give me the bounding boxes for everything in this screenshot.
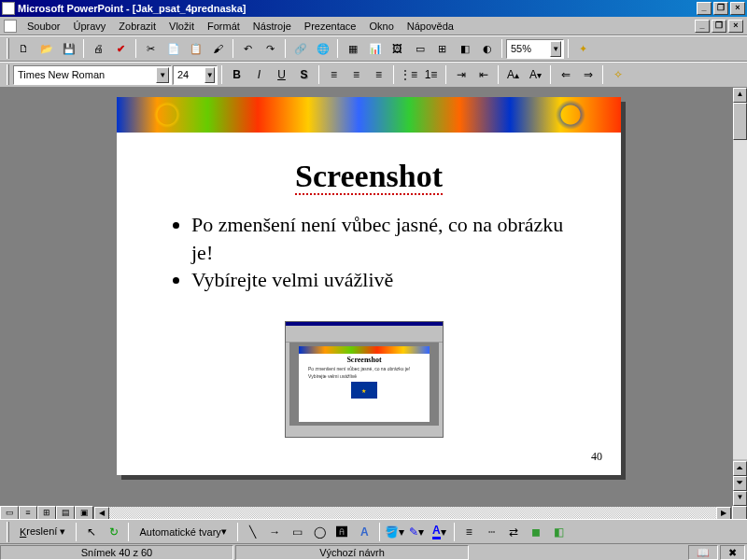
arrow-style-button[interactable]: ⇄ — [503, 522, 525, 542]
hyperlink-button[interactable]: 🔗 — [289, 38, 311, 59]
select-objects-button[interactable]: ↖ — [80, 522, 102, 542]
decrease-indent-button[interactable]: ⇤ — [472, 64, 494, 85]
menu-napoveda[interactable]: Nápověda — [401, 19, 460, 34]
insert-table-button[interactable]: ▦ — [342, 38, 363, 59]
dropdown-icon[interactable]: ▼ — [156, 67, 169, 83]
close-button[interactable]: × — [730, 2, 745, 15]
apply-design-button[interactable]: ◧ — [454, 38, 475, 59]
status-icon-2[interactable]: ✖ — [720, 545, 745, 560]
numbering-button[interactable]: 1≡ — [420, 64, 442, 85]
bullets-button[interactable]: ⋮≡ — [398, 64, 419, 85]
bold-button[interactable]: B — [226, 64, 247, 85]
menu-upravy[interactable]: Úpravy — [66, 19, 112, 34]
slide-layout-button[interactable]: ⊞ — [431, 38, 453, 59]
scroll-thumb[interactable] — [733, 103, 747, 140]
bw-view-button[interactable]: ◐ — [476, 38, 498, 59]
animation-effects-button[interactable]: ✧ — [607, 64, 628, 85]
scroll-track[interactable] — [733, 103, 747, 459]
web-toolbar-button[interactable]: 🌐 — [312, 38, 333, 59]
new-slide-button[interactable]: ▭ — [409, 38, 430, 59]
mdi-minimize-button[interactable]: _ — [695, 20, 710, 33]
grip-icon[interactable] — [7, 522, 9, 542]
textbox-button[interactable]: 🅰 — [331, 522, 353, 542]
promote-button[interactable]: ⇐ — [555, 64, 576, 85]
scroll-down-button[interactable]: ▼ — [733, 491, 747, 506]
increase-font-button[interactable]: A▴ — [502, 64, 524, 85]
align-left-button[interactable]: ≡ — [323, 64, 345, 85]
menu-zobrazit[interactable]: Zobrazit — [112, 19, 162, 34]
font-combo[interactable]: ▼ — [13, 65, 172, 85]
next-slide-button[interactable]: ⏷ — [733, 476, 747, 491]
italic-button[interactable]: I — [248, 64, 270, 85]
slide-body[interactable]: Po zmenšení není vůbec jasné, co na obrá… — [191, 211, 565, 294]
drawing-toolbar: KKresleníreslení ▾ ↖ ↻ Automatické tvary… — [0, 519, 747, 543]
increase-indent-button[interactable]: ⇥ — [450, 64, 472, 85]
minimize-button[interactable]: _ — [697, 2, 712, 15]
menu-prezentace[interactable]: Prezentace — [298, 19, 363, 34]
print-button[interactable]: 🖨 — [88, 38, 109, 59]
vertical-scrollbar[interactable]: ▲ ⏶ ⏷ ▼ — [732, 88, 747, 506]
menu-okno[interactable]: Okno — [362, 19, 400, 34]
copy-button[interactable]: 📄 — [162, 38, 184, 59]
insert-clipart-button[interactable]: 🖼 — [387, 38, 408, 59]
align-center-button[interactable]: ≡ — [345, 64, 367, 85]
scroll-up-button[interactable]: ▲ — [733, 88, 747, 103]
line-style-button[interactable]: ≡ — [458, 522, 480, 542]
shadow-style-button[interactable]: ◼ — [526, 522, 547, 542]
underline-button[interactable]: U — [271, 64, 292, 85]
oval-button[interactable]: ◯ — [309, 522, 331, 542]
fontsize-combo[interactable]: ▼ — [173, 65, 218, 85]
menu-format[interactable]: Formát — [201, 19, 247, 34]
autoshapes-button[interactable]: Automatické tvary ▾ — [133, 522, 233, 542]
rotate-button[interactable]: ↻ — [103, 522, 124, 542]
menu-vlozit[interactable]: Vložit — [162, 19, 201, 34]
font-color-button[interactable]: A▾ — [429, 522, 450, 542]
mdi-close-button[interactable]: × — [728, 20, 743, 33]
dash-style-button[interactable]: ┄ — [481, 522, 502, 542]
open-button[interactable]: 📂 — [35, 38, 57, 59]
grip-icon[interactable] — [7, 38, 9, 59]
prev-slide-button[interactable]: ⏶ — [733, 461, 747, 476]
3d-style-button[interactable]: ◧ — [548, 522, 570, 542]
paste-button[interactable]: 📋 — [185, 38, 206, 59]
insert-chart-button[interactable]: 📊 — [364, 38, 386, 59]
zoom-combo[interactable]: ▼ — [506, 39, 564, 59]
arrow-button[interactable]: → — [264, 522, 286, 542]
new-button[interactable]: 🗋 — [13, 38, 35, 59]
font-input[interactable] — [18, 69, 154, 80]
format-painter-button[interactable]: 🖌 — [207, 38, 229, 59]
undo-button[interactable]: ↶ — [237, 38, 259, 59]
save-button[interactable]: 💾 — [58, 38, 79, 59]
dropdown-icon[interactable]: ▼ — [204, 67, 215, 83]
rectangle-button[interactable]: ▭ — [287, 522, 308, 542]
menu-soubor[interactable]: Soubor — [21, 19, 66, 34]
decrease-font-button[interactable]: A▾ — [525, 64, 546, 85]
scroll-left-button[interactable]: ◀ — [94, 507, 109, 520]
dropdown-icon[interactable]: ▼ — [550, 41, 561, 57]
slide-workspace: Screenshot Po zmenšení není vůbec jasné,… — [0, 88, 747, 521]
slide-title[interactable]: Screenshot — [117, 159, 621, 194]
redo-button[interactable]: ↷ — [260, 38, 281, 59]
align-right-button[interactable]: ≡ — [368, 64, 389, 85]
fontsize-input[interactable] — [177, 69, 203, 80]
shadow-button[interactable]: S — [293, 64, 315, 85]
line-button[interactable]: ╲ — [242, 522, 263, 542]
wordart-button[interactable]: A — [354, 522, 375, 542]
grip-icon[interactable] — [7, 64, 9, 85]
zoom-input[interactable] — [511, 43, 548, 54]
embedded-screenshot[interactable]: Screenshot Po zmenšení není vůbec jasné,… — [285, 321, 444, 438]
status-icon-1[interactable]: 📖 — [688, 545, 718, 560]
slide[interactable]: Screenshot Po zmenšení není vůbec jasné,… — [117, 97, 621, 475]
cut-button[interactable]: ✂ — [140, 38, 162, 59]
scroll-right-button[interactable]: ▶ — [716, 507, 731, 520]
mini-bullet-1: Po zmenšení není vůbec jasné, co na obrá… — [308, 366, 420, 371]
mdi-restore-button[interactable]: ❐ — [712, 20, 726, 33]
fill-color-button[interactable]: 🪣▾ — [384, 522, 405, 542]
demote-button[interactable]: ⇒ — [577, 64, 599, 85]
line-color-button[interactable]: ✎▾ — [406, 522, 428, 542]
draw-menu-button[interactable]: KKresleníreslení ▾ — [13, 522, 72, 542]
maximize-button[interactable]: ❐ — [713, 2, 728, 15]
help-assistant-button[interactable]: ✦ — [572, 38, 594, 59]
menu-nastroje[interactable]: Nástroje — [247, 19, 298, 34]
spellcheck-button[interactable]: ✔ — [110, 38, 132, 59]
